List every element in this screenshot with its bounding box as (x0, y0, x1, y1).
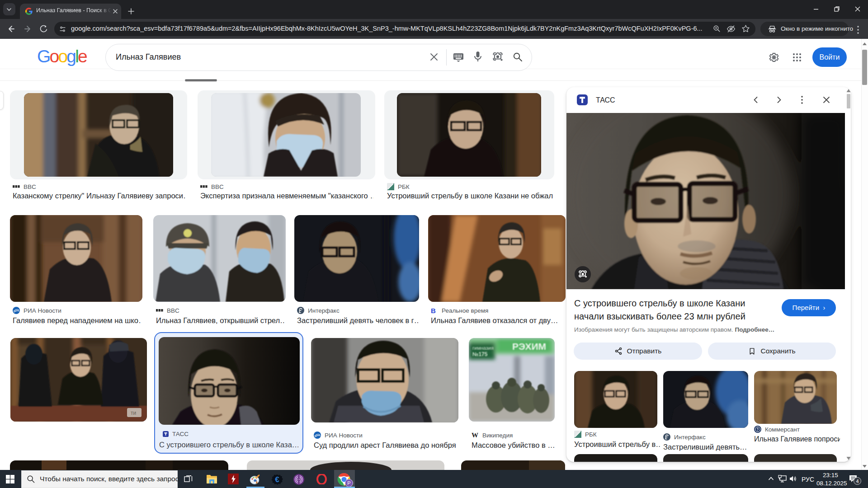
svg-text:гимназия: гимназия (472, 345, 494, 351)
svg-text:РЭХИМ: РЭХИМ (512, 341, 546, 352)
svg-text:ти: ти (131, 410, 136, 416)
svg-text:€: € (275, 475, 279, 484)
svg-text:№175: №175 (472, 351, 488, 357)
